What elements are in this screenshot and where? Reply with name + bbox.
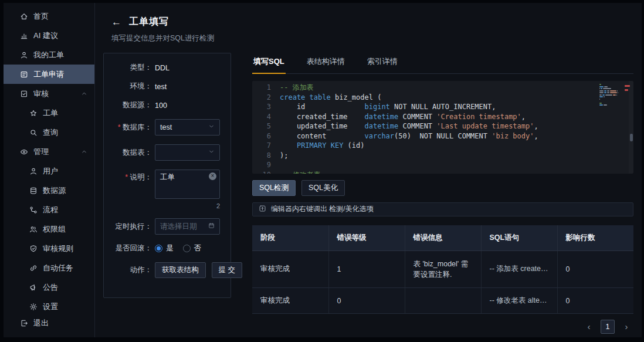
tab-table-structure[interactable]: 表结构详情 bbox=[306, 53, 346, 73]
permission-group-icon bbox=[29, 225, 38, 233]
sql-editor[interactable]: 1-- 添加表2create table biz_model (3 id big… bbox=[252, 81, 633, 174]
window-frame: 首页AI 建议我的工单工单申请审核工单查询管理用户数据源流程权限组审核规则自动任… bbox=[0, 0, 644, 342]
code-line: 4 created_time datetime COMMENT 'Creatio… bbox=[255, 112, 633, 122]
rollback-yes-radio[interactable]: 是 bbox=[155, 243, 174, 253]
action-label: 动作： bbox=[111, 265, 152, 275]
env-label: 环境： bbox=[111, 82, 152, 92]
sidebar-item-review[interactable]: 审核 bbox=[4, 84, 94, 103]
column-header-error-level: 错误等级 bbox=[328, 225, 405, 251]
tab-index-detail[interactable]: 索引详情 bbox=[366, 53, 399, 73]
rollback-no-label: 否 bbox=[194, 243, 202, 253]
pagination-page-1[interactable]: 1 bbox=[601, 320, 615, 334]
sidebar-item-label: 设置 bbox=[43, 302, 58, 312]
sidebar-item-ticket-apply[interactable]: 工单申请 bbox=[4, 65, 94, 84]
sql-workspace: 填写SQL表结构详情索引详情 1-- 添加表2create table biz_… bbox=[252, 53, 633, 337]
form-row-rollback: 是否回滚： 是 否 bbox=[111, 243, 220, 253]
form-row-env: 环境： test bbox=[111, 82, 220, 92]
sidebar-item-manage[interactable]: 管理 bbox=[4, 142, 94, 161]
sidebar-item-datasource[interactable]: 数据源 bbox=[4, 181, 94, 200]
form-row-schedule: 定时执行： 请选择日期 bbox=[111, 218, 220, 235]
cell-sql: -- 添加表 create table ... bbox=[481, 250, 557, 287]
table-header-row: 阶段错误等级错误信息SQL语句影响行数 bbox=[252, 225, 633, 251]
tip-icon bbox=[259, 205, 266, 214]
scrollbar-thumb[interactable] bbox=[630, 134, 633, 141]
schedule-label: 定时执行： bbox=[111, 222, 152, 232]
database-select[interactable]: test bbox=[155, 119, 220, 136]
rollback-no-radio[interactable]: 否 bbox=[183, 243, 202, 253]
sidebar-item-auto-task[interactable]: 自动任务 bbox=[4, 258, 94, 277]
sidebar-item-flow[interactable]: 流程 bbox=[4, 200, 94, 219]
page-subtitle: 填写提交信息并对SQL进行检测 bbox=[111, 33, 633, 43]
cell-stage: 审核完成 bbox=[252, 288, 328, 314]
hint-text: 编辑器内右键调出 检测/美化选项 bbox=[271, 204, 374, 214]
sidebar-item-my-tickets[interactable]: 我的工单 bbox=[4, 45, 94, 65]
sidebar-item-review-query[interactable]: 查询 bbox=[4, 123, 94, 142]
code-line: 8); bbox=[255, 151, 633, 161]
pagination-next-button[interactable]: › bbox=[619, 320, 633, 334]
table-select[interactable] bbox=[155, 144, 220, 161]
sidebar-item-label: 自动任务 bbox=[43, 263, 73, 273]
ticket-apply-icon bbox=[20, 70, 28, 79]
minimap-error-marker bbox=[625, 89, 628, 91]
chevron-up-icon bbox=[81, 90, 87, 97]
sidebar-item-label: 审核 bbox=[33, 89, 49, 99]
cell-error-level: 1 bbox=[328, 250, 405, 287]
sidebar-item-review-ticket[interactable]: 工单 bbox=[4, 103, 94, 123]
tab-sql[interactable]: 填写SQL bbox=[252, 53, 286, 73]
cell-affected-rows: 0 bbox=[557, 250, 633, 287]
line-number: 4 bbox=[255, 112, 271, 122]
cell-error-message: 表 'biz_model' 需要设置注释. bbox=[405, 250, 481, 287]
editor-actions: SQL检测 SQL美化 bbox=[252, 180, 633, 196]
form-row-action: 动作： 获取表结构 提 交 bbox=[111, 262, 220, 278]
sidebar-item-label: 公告 bbox=[43, 282, 58, 293]
char-count: 2 bbox=[155, 202, 220, 209]
sidebar-item-label: 用户 bbox=[43, 166, 58, 177]
chevron-up-icon bbox=[81, 148, 87, 155]
sidebar-item-label: 流程 bbox=[43, 205, 58, 215]
code-line: 9 bbox=[255, 160, 633, 170]
sidebar-item-label: 首页 bbox=[33, 11, 49, 22]
sidebar-item-review-rules[interactable]: 审核规则 bbox=[4, 239, 94, 258]
pagination-prev-button[interactable]: ‹ bbox=[582, 320, 596, 334]
sidebar-item-label: 审核规则 bbox=[43, 243, 73, 254]
logout-icon bbox=[20, 319, 28, 327]
editor-scrollbar[interactable] bbox=[629, 81, 633, 174]
schedule-date-input[interactable]: 请选择日期 bbox=[155, 218, 220, 235]
sidebar-item-announcement[interactable]: 公告 bbox=[4, 277, 94, 297]
description-label: 说明： bbox=[111, 170, 152, 182]
form-row-datasource: 数据源： 100 bbox=[111, 100, 220, 110]
clear-icon[interactable]: × bbox=[209, 172, 216, 180]
line-number: 1 bbox=[255, 83, 271, 93]
cell-sql: -- 修改老表 alter table... bbox=[481, 288, 557, 314]
code-area: 1-- 添加表2create table biz_model (3 id big… bbox=[255, 83, 633, 174]
database-label: 数据库： bbox=[111, 123, 152, 133]
fetch-structure-button[interactable]: 获取表结构 bbox=[155, 262, 206, 278]
sidebar-item-permission-group[interactable]: 权限组 bbox=[4, 219, 94, 239]
settings-icon bbox=[29, 303, 38, 311]
sidebar-item-users[interactable]: 用户 bbox=[4, 161, 94, 181]
results-table: 阶段错误等级错误信息SQL语句影响行数 审核完成1表 'biz_model' 需… bbox=[252, 225, 633, 314]
cell-error-level: 0 bbox=[328, 288, 405, 314]
back-button[interactable]: ← bbox=[111, 17, 121, 27]
radio-dot bbox=[183, 245, 191, 252]
chevron-down-icon bbox=[208, 123, 215, 131]
table-label: 数据表： bbox=[111, 148, 152, 158]
ticket-form-card: 类型： DDL 环境： test 数据源： 100 数据库： test bbox=[103, 53, 231, 298]
datasource-value: 100 bbox=[155, 101, 167, 110]
submit-button[interactable]: 提 交 bbox=[212, 262, 242, 278]
auto-task-icon bbox=[29, 264, 38, 272]
sidebar-item-home[interactable]: 首页 bbox=[4, 6, 94, 26]
sql-beautify-button[interactable]: SQL美化 bbox=[301, 180, 345, 196]
sidebar-item-label: 数据源 bbox=[43, 185, 66, 196]
sidebar-item-settings[interactable]: 设置 bbox=[4, 297, 94, 316]
sql-check-button[interactable]: SQL检测 bbox=[252, 180, 296, 196]
my-tickets-icon bbox=[20, 51, 28, 59]
app: 首页AI 建议我的工单工单申请审核工单查询管理用户数据源流程权限组审核规则自动任… bbox=[4, 3, 642, 337]
sidebar-item-ai-suggest[interactable]: AI 建议 bbox=[4, 26, 94, 45]
sidebar-item-logout[interactable]: 退出 bbox=[4, 316, 94, 330]
line-number: 10 bbox=[255, 170, 271, 174]
editor-minimap bbox=[599, 84, 624, 107]
sidebar-item-label: 查询 bbox=[43, 127, 58, 138]
column-header-stage: 阶段 bbox=[252, 225, 328, 251]
code-line: 5 updated_time datetime COMMENT 'Last up… bbox=[255, 121, 633, 131]
